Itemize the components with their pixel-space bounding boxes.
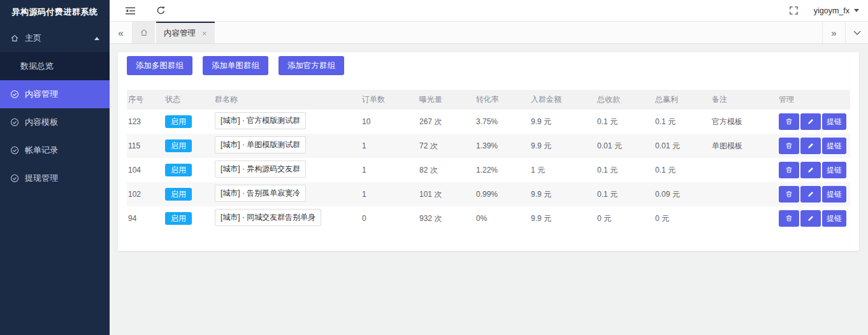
chevrons-left-icon: « — [118, 27, 123, 38]
caret-up-icon — [94, 37, 99, 40]
status-badge: 启用 — [165, 115, 192, 128]
edit-button[interactable] — [800, 210, 821, 227]
collapse-menu-icon — [125, 6, 136, 15]
trash-icon — [785, 166, 793, 174]
edit-button[interactable] — [800, 186, 821, 203]
column-header: 群名称 — [213, 94, 361, 105]
sidebar-item-withdrawal-management[interactable]: 提现管理 — [0, 164, 110, 192]
cell-exposure: 932 次 — [418, 213, 475, 224]
edit-button[interactable] — [800, 162, 821, 178]
get-link-button[interactable]: 提链 — [822, 113, 846, 130]
chevrons-right-icon: » — [831, 27, 836, 38]
delete-button[interactable] — [779, 113, 799, 130]
tabs-scroll-right-button[interactable]: » — [822, 22, 845, 43]
sidebar-item-billing-records[interactable]: 帐单记录 — [0, 136, 110, 164]
pencil-icon — [807, 118, 814, 125]
get-link-button[interactable]: 提链 — [822, 162, 846, 178]
cell-profit: 0.1 元 — [654, 117, 711, 127]
sidebar-item-label: 提现管理 — [25, 173, 58, 184]
sidebar-item-data-overview[interactable]: 数据总览 — [0, 52, 110, 80]
check-circle-icon — [10, 174, 19, 183]
table-row: 102 启用 [城市] · 告别孤单寂寞冷 1 101 次 0.99% 9.9 … — [127, 182, 850, 206]
cell-profit: 0.09 元 — [654, 189, 711, 200]
group-name-box: [城市] · 告别孤单寂寞冷 — [215, 185, 306, 202]
cell-id: 94 — [127, 214, 164, 223]
row-actions: 提链 — [778, 113, 850, 130]
caret-down-icon — [854, 9, 859, 12]
get-link-button[interactable]: 提链 — [822, 210, 846, 227]
user-menu[interactable]: yigoym_fx — [814, 6, 859, 15]
cell-name: [城市] · 异构源码交友群 — [213, 160, 361, 180]
column-header: 管理 — [778, 94, 850, 105]
pencil-icon — [807, 215, 814, 222]
content-card: 添加多图群组 添加单图群组 添加官方群组 序号 状态 群名称 订单数 曝光量 转… — [118, 52, 859, 251]
check-circle-icon — [10, 118, 19, 127]
cell-orders: 1 — [361, 141, 418, 150]
cell-income: 0.1 元 — [596, 165, 654, 176]
pencil-icon — [807, 190, 814, 198]
tab-home[interactable] — [133, 22, 156, 43]
cell-status: 启用 — [164, 139, 213, 152]
cell-price: 9.9 元 — [530, 213, 596, 224]
column-header: 状态 — [164, 94, 213, 105]
edit-button[interactable] — [800, 138, 821, 154]
trash-icon — [785, 118, 793, 125]
edit-button[interactable] — [800, 113, 821, 130]
cell-exposure: 101 次 — [418, 189, 475, 200]
cell-name: [城市] · 官方模版测试群 — [213, 112, 361, 131]
cell-conversion: 3.75% — [475, 117, 530, 126]
cell-id: 104 — [127, 166, 164, 175]
close-icon[interactable]: × — [202, 29, 207, 38]
column-header: 备注 — [711, 94, 778, 105]
delete-button[interactable] — [779, 138, 799, 154]
delete-button[interactable] — [779, 186, 799, 203]
add-multi-image-group-button[interactable]: 添加多图群组 — [127, 56, 192, 75]
sidebar-item-content-template[interactable]: 内容模板 — [0, 108, 110, 136]
add-official-group-button[interactable]: 添加官方群组 — [278, 56, 344, 75]
tab-content-management[interactable]: 内容管理 × — [156, 22, 215, 43]
trash-icon — [785, 190, 793, 198]
home-icon — [10, 34, 19, 43]
cell-profit: 0 元 — [654, 213, 711, 224]
pencil-icon — [807, 142, 814, 150]
group-name-box: [城市] · 单图模版测试群 — [215, 136, 306, 153]
column-header: 转化率 — [475, 94, 530, 105]
cell-remark: 官方模板 — [711, 117, 778, 127]
table-header-row: 序号 状态 群名称 订单数 曝光量 转化率 入群金额 总收款 总赢利 备注 管理 — [127, 90, 850, 110]
app-title: 异构源码付费进群系统 — [0, 0, 110, 24]
get-link-button[interactable]: 提链 — [822, 186, 846, 203]
tabs-scroll-left-button[interactable]: « — [110, 22, 133, 43]
sidebar-toggle-button[interactable] — [122, 4, 138, 18]
sidebar-item-home[interactable]: 主页 — [0, 24, 110, 52]
cell-orders: 10 — [361, 117, 418, 126]
fullscreen-button[interactable] — [786, 3, 801, 18]
username: yigoym_fx — [814, 6, 850, 15]
topbar: yigoym_fx — [110, 0, 868, 22]
column-header: 曝光量 — [418, 94, 475, 105]
get-link-button[interactable]: 提链 — [822, 138, 846, 154]
cell-price: 9.9 元 — [530, 141, 596, 152]
sidebar-item-label: 主页 — [25, 32, 41, 44]
home-icon — [140, 28, 148, 37]
check-circle-icon — [10, 90, 19, 99]
cell-income: 0.01 元 — [596, 141, 654, 152]
cell-exposure: 267 次 — [418, 117, 475, 127]
column-header: 序号 — [127, 94, 164, 105]
status-badge: 启用 — [165, 188, 192, 201]
delete-button[interactable] — [779, 162, 799, 178]
refresh-button[interactable] — [154, 3, 168, 18]
cell-id: 102 — [127, 190, 164, 199]
cell-id: 123 — [127, 117, 164, 126]
row-actions: 提链 — [778, 138, 850, 154]
add-single-image-group-button[interactable]: 添加单图群组 — [203, 56, 268, 75]
cell-orders: 1 — [361, 166, 418, 175]
sidebar-item-label: 内容模板 — [25, 117, 58, 128]
cell-id: 115 — [127, 141, 164, 150]
trash-icon — [785, 215, 793, 222]
main-area: yigoym_fx « 内容管理 × » — [110, 0, 868, 335]
sidebar-item-content-management[interactable]: 内容管理 — [0, 80, 110, 108]
cell-name: [城市] · 告别孤单寂寞冷 — [213, 185, 361, 204]
delete-button[interactable] — [779, 210, 799, 227]
tabs-menu-button[interactable] — [845, 22, 868, 43]
tabbar-spacer — [215, 22, 822, 43]
